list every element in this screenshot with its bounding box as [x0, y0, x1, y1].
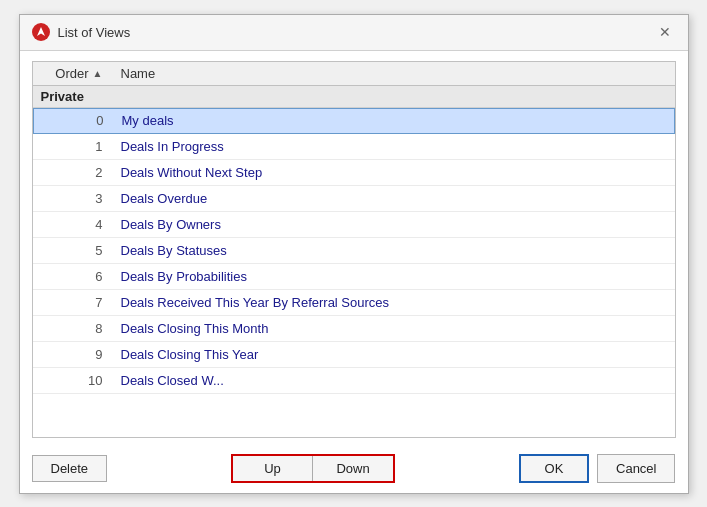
row-order: 10 [33, 373, 113, 388]
list-of-views-dialog: List of Views ✕ Order ▲ Name Private 0 [19, 14, 689, 494]
row-name: Deals Closed W... [113, 373, 675, 388]
table-row[interactable]: 2 Deals Without Next Step [33, 160, 675, 186]
table-row[interactable]: 0 My deals [33, 108, 675, 134]
row-order: 1 [33, 139, 113, 154]
table-row[interactable]: 7 Deals Received This Year By Referral S… [33, 290, 675, 316]
table-row[interactable]: 6 Deals By Probabilities [33, 264, 675, 290]
table-row[interactable]: 9 Deals Closing This Year [33, 342, 675, 368]
row-order: 3 [33, 191, 113, 206]
table-row[interactable]: 5 Deals By Statuses [33, 238, 675, 264]
row-order: 5 [33, 243, 113, 258]
table-header: Order ▲ Name [33, 62, 675, 86]
table-row[interactable]: 8 Deals Closing This Month [33, 316, 675, 342]
table-body[interactable]: Private 0 My deals 1 Deals In Progress 2… [33, 86, 675, 437]
table-row[interactable]: 3 Deals Overdue [33, 186, 675, 212]
title-bar-left: List of Views [32, 23, 131, 41]
row-name: Deals By Owners [113, 217, 675, 232]
footer: Delete Up Down OK Cancel [20, 446, 688, 493]
row-order: 7 [33, 295, 113, 310]
table-container: Order ▲ Name Private 0 My deals 1 Deals … [32, 61, 676, 438]
col-order-header: Order ▲ [33, 66, 113, 81]
table-row[interactable]: 10 Deals Closed W... [33, 368, 675, 394]
table-row[interactable]: 1 Deals In Progress [33, 134, 675, 160]
footer-left: Delete [32, 455, 108, 482]
dialog-title: List of Views [58, 25, 131, 40]
row-order: 2 [33, 165, 113, 180]
row-name: Deals Received This Year By Referral Sou… [113, 295, 675, 310]
row-name: My deals [114, 113, 674, 128]
row-name: Deals By Statuses [113, 243, 675, 258]
table-row[interactable]: 4 Deals By Owners [33, 212, 675, 238]
row-order: 8 [33, 321, 113, 336]
row-order: 4 [33, 217, 113, 232]
section-private-header: Private [33, 86, 675, 108]
delete-button[interactable]: Delete [32, 455, 108, 482]
up-button[interactable]: Up [233, 456, 313, 481]
content-area: Order ▲ Name Private 0 My deals 1 Deals … [20, 51, 688, 446]
row-name: Deals In Progress [113, 139, 675, 154]
ok-button[interactable]: OK [519, 454, 589, 483]
footer-right: OK Cancel [519, 454, 675, 483]
row-name: Deals Closing This Year [113, 347, 675, 362]
footer-center: Up Down [231, 454, 395, 483]
cancel-button[interactable]: Cancel [597, 454, 675, 483]
row-name: Deals By Probabilities [113, 269, 675, 284]
row-order: 6 [33, 269, 113, 284]
down-button[interactable]: Down [313, 456, 393, 481]
close-button[interactable]: ✕ [654, 23, 676, 41]
sort-arrow-icon: ▲ [93, 68, 103, 79]
app-icon [32, 23, 50, 41]
row-name: Deals Closing This Month [113, 321, 675, 336]
col-name-header: Name [113, 66, 675, 81]
row-order: 9 [33, 347, 113, 362]
row-order: 0 [34, 113, 114, 128]
row-name: Deals Without Next Step [113, 165, 675, 180]
row-name: Deals Overdue [113, 191, 675, 206]
title-bar: List of Views ✕ [20, 15, 688, 51]
